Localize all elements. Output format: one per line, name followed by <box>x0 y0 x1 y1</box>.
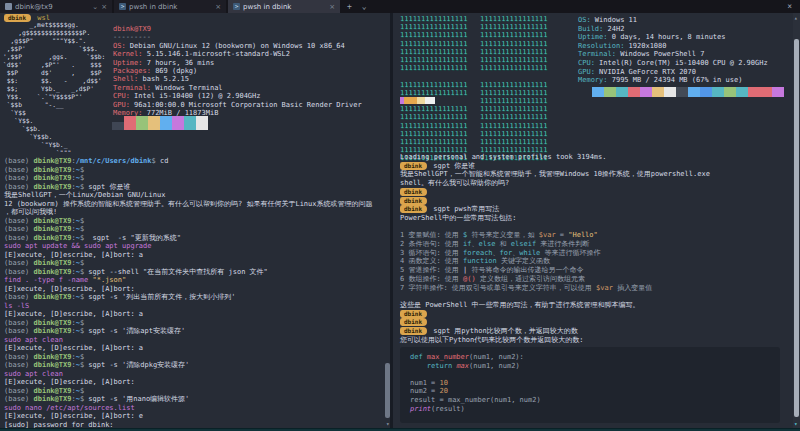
palette-block <box>700 87 712 97</box>
text-segment: sgpt pwsh常用写法 <box>429 205 499 213</box>
terminal-line: find . -type f -name "*.json" <box>4 276 373 285</box>
text-segment: (num1, num2) <box>469 362 520 370</box>
neofetch-info: dbink@TX9---------OS: Debian GNU/Linux 1… <box>113 25 362 117</box>
right-scrollbar-thumb[interactable] <box>794 39 799 417</box>
terminal-line: (base) dbink@TX9:~$ sgpt -s "更新我的系统" <box>4 234 373 243</box>
text-segment: sgpt -s '清除apt安装缓存' <box>88 327 185 335</box>
text-segment: $ <box>80 319 84 327</box>
tab-dropdown-button[interactable]: ⌄ <box>357 0 372 13</box>
winfetch-info: OS: Windows 11Build: 24H2Uptime: 0 days,… <box>578 16 768 85</box>
text-segment: 定义数组，通过索引访问数组元素 <box>476 275 585 283</box>
terminal-line: dbink <box>400 318 710 327</box>
palette-block <box>652 87 664 97</box>
text-segment: 10 <box>440 379 448 387</box>
winfetch-color-palette <box>592 87 784 97</box>
text-segment: (base) <box>4 217 34 225</box>
right-pane-pwsh[interactable]: 1111111111111111 1111111111111111 111111… <box>393 13 793 428</box>
palette-block <box>628 87 640 97</box>
text-segment: (base) <box>4 157 34 165</box>
right-scrollbar-up-icon[interactable]: ▴ <box>794 14 798 22</box>
text-segment: while <box>519 249 540 257</box>
terminal-line: dbink <box>400 188 710 197</box>
text-segment: sgpt -s '清除dpkg安装缓存' <box>88 361 189 369</box>
terminal-line: (base) dbink@TX9:~$ sgpt --shell "在当前文件夹… <box>4 268 373 277</box>
terminal-area: dbink wsl _,met$$$$$gg. ,g$$$$$$$$$$$$$$… <box>0 13 800 428</box>
palette-block <box>688 87 700 97</box>
tab-close-icon[interactable]: × <box>101 3 107 11</box>
palette-block <box>592 87 604 97</box>
text-segment: (base) <box>4 395 34 403</box>
text-segment: cd <box>160 157 168 165</box>
text-segment: 2 条件语句: 使用 <box>400 240 463 248</box>
text-segment: (base) <box>4 259 34 267</box>
text-segment: 3 循环语句: 使用 <box>400 249 463 257</box>
code-line: num2 = 20 <box>410 387 541 396</box>
text-segment: ls -lS <box>4 302 29 310</box>
terminal-line: sudo nano /etc/apt/sources.list <box>4 404 373 413</box>
right-scrollbar-down-icon[interactable]: ▾ <box>794 420 798 428</box>
tab-pwsh-in-dbink[interactable]: >pwsh in dbink× <box>114 0 226 13</box>
text-segment: num2 = <box>410 387 440 395</box>
text-segment: [E]xecute, [D]escribe, [A]bort: <box>4 285 135 293</box>
text-segment: 7 hours, 36 mins <box>147 59 214 67</box>
palette-block <box>616 87 628 97</box>
code-line: result = max_number(num1, num2) <box>410 396 541 405</box>
text-segment: 869 (dpkg) <box>155 67 197 75</box>
palette-block <box>196 116 208 130</box>
fetch-field: Kernel: 5.15.146.1-microsoft-standard-WS… <box>113 50 362 58</box>
text-segment: (num1, num2): <box>469 353 524 361</box>
text-segment: (base) <box>4 361 34 369</box>
text-segment: Packages: <box>113 67 155 75</box>
text-segment: num1 = <box>410 379 440 387</box>
tab-dbink-tx9[interactable]: dbink@tx9⌄× <box>0 0 112 13</box>
text-segment: bash 5.2.15 <box>143 75 189 83</box>
text-segment: dbink@TX9 <box>34 353 72 361</box>
new-tab-button[interactable]: + <box>342 0 357 13</box>
fetch-field: Shell: bash 5.2.15 <box>113 75 362 83</box>
terminal-line: [E]xecute, [D]escribe, [A]bort: a <box>4 251 373 260</box>
terminal-line: 这些是 PowerShell 中一些常用的写法，有助于进行系统管理和脚本编写。 <box>400 301 710 310</box>
terminal-line: ls -lS <box>4 302 373 311</box>
left-scrollbar-thumb[interactable] <box>385 363 390 418</box>
tab-pwsh-in-dbink[interactable]: >pwsh in dbink× <box>228 0 340 13</box>
text-segment: $ <box>80 259 84 267</box>
text-segment: dbink@TX9 <box>34 387 72 395</box>
palette-block <box>184 116 196 130</box>
text-segment: dbink@TX9 <box>34 319 72 327</box>
terminal-line: sudo apt clean <box>4 370 373 379</box>
text-segment: @() <box>463 275 476 283</box>
terminal-line: 4 函数定义: 使用 function 关键字定义函数 <box>400 257 710 266</box>
text-segment: dbink@TX9 <box>34 268 72 276</box>
text-segment: 您可以使用以下Python代码来比较两个数并返回较大的数: <box>400 336 584 344</box>
code-line: ​ <box>410 370 541 379</box>
terminal-line: [E]xecute, [D]escribe, [A]bort: <box>4 378 373 387</box>
text-segment: sudo apt clean <box>4 336 63 344</box>
text-segment: [E]xecute, [D]escribe, [A]bort: <box>4 378 135 386</box>
terminal-line: (base) dbink@TX9:~$ <box>4 166 373 175</box>
mini-strip-block <box>417 97 425 104</box>
text-segment: 插入变量值 <box>613 284 652 292</box>
text-segment: dbink@TX9 <box>34 327 72 335</box>
fetch-separator: --------- <box>113 33 362 41</box>
text-segment: 和 <box>495 240 510 248</box>
text-segment: 等来进行循环操作 <box>540 249 600 257</box>
tab-close-icon[interactable]: × <box>329 3 335 11</box>
text-segment: (result) <box>431 405 465 413</box>
tab-close-icon[interactable]: × <box>215 3 221 11</box>
terminal-line: (base) dbink@TX9:~$ sgpt -s '清除apt安装缓存' <box>4 327 373 336</box>
prompt-badge: dbink <box>400 162 427 170</box>
terminal-line: dbink sgpt 你是谁 <box>400 162 710 171</box>
terminal-line: (base) dbink@TX9:~$ <box>4 217 373 226</box>
text-segment: sgpt 你是谁 <box>88 183 130 191</box>
text-segment: sgpt -s '用nano编辑软件源' <box>88 395 189 403</box>
palette-block <box>640 87 652 97</box>
window-close-button[interactable]: × <box>787 0 792 13</box>
text-segment: OS: <box>113 42 130 50</box>
palette-block <box>148 116 160 130</box>
terminal-line: (base) dbink@TX9:~$ <box>4 353 373 362</box>
fetch-field: Terminal: Windows Terminal <box>113 84 362 92</box>
palette-block <box>712 87 724 97</box>
text-segment: [E]xecute, [D]escribe, [A]bort: a <box>4 310 143 318</box>
text-segment <box>410 362 427 370</box>
left-pane-wsl-bash[interactable]: dbink wsl _,met$$$$$gg. ,g$$$$$$$$$$$$$$… <box>0 13 390 428</box>
